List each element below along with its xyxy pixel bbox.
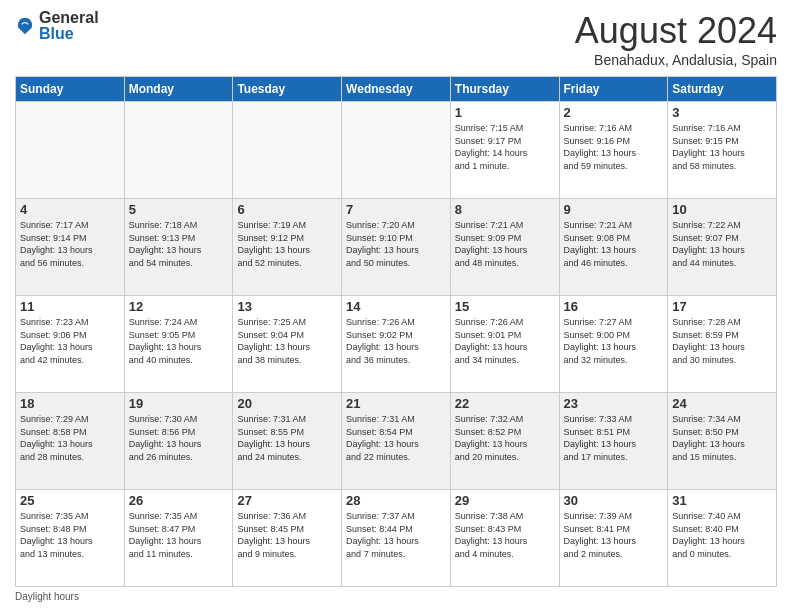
day-info: Sunrise: 7:25 AM Sunset: 9:04 PM Dayligh… bbox=[237, 316, 337, 366]
day-number: 14 bbox=[346, 299, 446, 314]
day-info: Sunrise: 7:32 AM Sunset: 8:52 PM Dayligh… bbox=[455, 413, 555, 463]
calendar-cell: 28Sunrise: 7:37 AM Sunset: 8:44 PM Dayli… bbox=[342, 490, 451, 587]
calendar-day-header: Sunday bbox=[16, 77, 125, 102]
month-title: August 2024 bbox=[575, 10, 777, 52]
logo: General Blue bbox=[15, 10, 99, 42]
day-number: 11 bbox=[20, 299, 120, 314]
calendar-cell: 31Sunrise: 7:40 AM Sunset: 8:40 PM Dayli… bbox=[668, 490, 777, 587]
calendar-cell: 21Sunrise: 7:31 AM Sunset: 8:54 PM Dayli… bbox=[342, 393, 451, 490]
calendar-cell: 26Sunrise: 7:35 AM Sunset: 8:47 PM Dayli… bbox=[124, 490, 233, 587]
day-number: 17 bbox=[672, 299, 772, 314]
calendar-week-row: 1Sunrise: 7:15 AM Sunset: 9:17 PM Daylig… bbox=[16, 102, 777, 199]
calendar-day-header: Tuesday bbox=[233, 77, 342, 102]
calendar-cell bbox=[16, 102, 125, 199]
calendar-cell: 19Sunrise: 7:30 AM Sunset: 8:56 PM Dayli… bbox=[124, 393, 233, 490]
day-info: Sunrise: 7:26 AM Sunset: 9:01 PM Dayligh… bbox=[455, 316, 555, 366]
footer-note: Daylight hours bbox=[15, 591, 777, 602]
day-info: Sunrise: 7:15 AM Sunset: 9:17 PM Dayligh… bbox=[455, 122, 555, 172]
calendar-cell: 7Sunrise: 7:20 AM Sunset: 9:10 PM Daylig… bbox=[342, 199, 451, 296]
calendar-day-header: Friday bbox=[559, 77, 668, 102]
day-number: 5 bbox=[129, 202, 229, 217]
day-number: 25 bbox=[20, 493, 120, 508]
day-info: Sunrise: 7:40 AM Sunset: 8:40 PM Dayligh… bbox=[672, 510, 772, 560]
logo-text: General Blue bbox=[39, 10, 99, 42]
day-number: 20 bbox=[237, 396, 337, 411]
day-number: 30 bbox=[564, 493, 664, 508]
calendar-cell: 22Sunrise: 7:32 AM Sunset: 8:52 PM Dayli… bbox=[450, 393, 559, 490]
calendar-cell: 25Sunrise: 7:35 AM Sunset: 8:48 PM Dayli… bbox=[16, 490, 125, 587]
day-number: 2 bbox=[564, 105, 664, 120]
day-number: 16 bbox=[564, 299, 664, 314]
day-info: Sunrise: 7:39 AM Sunset: 8:41 PM Dayligh… bbox=[564, 510, 664, 560]
day-info: Sunrise: 7:16 AM Sunset: 9:15 PM Dayligh… bbox=[672, 122, 772, 172]
day-info: Sunrise: 7:16 AM Sunset: 9:16 PM Dayligh… bbox=[564, 122, 664, 172]
day-info: Sunrise: 7:23 AM Sunset: 9:06 PM Dayligh… bbox=[20, 316, 120, 366]
day-info: Sunrise: 7:26 AM Sunset: 9:02 PM Dayligh… bbox=[346, 316, 446, 366]
calendar-cell: 13Sunrise: 7:25 AM Sunset: 9:04 PM Dayli… bbox=[233, 296, 342, 393]
calendar-cell: 6Sunrise: 7:19 AM Sunset: 9:12 PM Daylig… bbox=[233, 199, 342, 296]
calendar-cell: 14Sunrise: 7:26 AM Sunset: 9:02 PM Dayli… bbox=[342, 296, 451, 393]
calendar-day-header: Thursday bbox=[450, 77, 559, 102]
calendar-cell: 17Sunrise: 7:28 AM Sunset: 8:59 PM Dayli… bbox=[668, 296, 777, 393]
day-number: 4 bbox=[20, 202, 120, 217]
calendar-cell bbox=[342, 102, 451, 199]
day-number: 7 bbox=[346, 202, 446, 217]
calendar-week-row: 25Sunrise: 7:35 AM Sunset: 8:48 PM Dayli… bbox=[16, 490, 777, 587]
calendar-week-row: 11Sunrise: 7:23 AM Sunset: 9:06 PM Dayli… bbox=[16, 296, 777, 393]
day-info: Sunrise: 7:28 AM Sunset: 8:59 PM Dayligh… bbox=[672, 316, 772, 366]
day-info: Sunrise: 7:20 AM Sunset: 9:10 PM Dayligh… bbox=[346, 219, 446, 269]
calendar-cell: 27Sunrise: 7:36 AM Sunset: 8:45 PM Dayli… bbox=[233, 490, 342, 587]
title-section: August 2024 Benahadux, Andalusia, Spain bbox=[575, 10, 777, 68]
logo-icon bbox=[15, 16, 35, 36]
day-info: Sunrise: 7:19 AM Sunset: 9:12 PM Dayligh… bbox=[237, 219, 337, 269]
day-info: Sunrise: 7:37 AM Sunset: 8:44 PM Dayligh… bbox=[346, 510, 446, 560]
day-number: 23 bbox=[564, 396, 664, 411]
day-info: Sunrise: 7:29 AM Sunset: 8:58 PM Dayligh… bbox=[20, 413, 120, 463]
day-number: 27 bbox=[237, 493, 337, 508]
day-info: Sunrise: 7:31 AM Sunset: 8:54 PM Dayligh… bbox=[346, 413, 446, 463]
calendar-cell: 18Sunrise: 7:29 AM Sunset: 8:58 PM Dayli… bbox=[16, 393, 125, 490]
calendar-day-header: Saturday bbox=[668, 77, 777, 102]
calendar-cell: 29Sunrise: 7:38 AM Sunset: 8:43 PM Dayli… bbox=[450, 490, 559, 587]
day-number: 10 bbox=[672, 202, 772, 217]
day-info: Sunrise: 7:33 AM Sunset: 8:51 PM Dayligh… bbox=[564, 413, 664, 463]
page: General Blue August 2024 Benahadux, Anda… bbox=[0, 0, 792, 612]
calendar-day-header: Wednesday bbox=[342, 77, 451, 102]
calendar-cell: 1Sunrise: 7:15 AM Sunset: 9:17 PM Daylig… bbox=[450, 102, 559, 199]
day-number: 26 bbox=[129, 493, 229, 508]
calendar-cell: 30Sunrise: 7:39 AM Sunset: 8:41 PM Dayli… bbox=[559, 490, 668, 587]
day-info: Sunrise: 7:18 AM Sunset: 9:13 PM Dayligh… bbox=[129, 219, 229, 269]
calendar-week-row: 4Sunrise: 7:17 AM Sunset: 9:14 PM Daylig… bbox=[16, 199, 777, 296]
logo-general-text: General bbox=[39, 10, 99, 26]
calendar-cell: 2Sunrise: 7:16 AM Sunset: 9:16 PM Daylig… bbox=[559, 102, 668, 199]
day-number: 22 bbox=[455, 396, 555, 411]
day-info: Sunrise: 7:38 AM Sunset: 8:43 PM Dayligh… bbox=[455, 510, 555, 560]
daylight-hours-label: Daylight hours bbox=[15, 591, 79, 602]
calendar-cell: 11Sunrise: 7:23 AM Sunset: 9:06 PM Dayli… bbox=[16, 296, 125, 393]
calendar-header-row: SundayMondayTuesdayWednesdayThursdayFrid… bbox=[16, 77, 777, 102]
day-info: Sunrise: 7:27 AM Sunset: 9:00 PM Dayligh… bbox=[564, 316, 664, 366]
day-info: Sunrise: 7:36 AM Sunset: 8:45 PM Dayligh… bbox=[237, 510, 337, 560]
day-number: 21 bbox=[346, 396, 446, 411]
day-number: 3 bbox=[672, 105, 772, 120]
day-number: 6 bbox=[237, 202, 337, 217]
day-number: 9 bbox=[564, 202, 664, 217]
calendar-cell bbox=[124, 102, 233, 199]
day-info: Sunrise: 7:22 AM Sunset: 9:07 PM Dayligh… bbox=[672, 219, 772, 269]
day-info: Sunrise: 7:30 AM Sunset: 8:56 PM Dayligh… bbox=[129, 413, 229, 463]
day-number: 15 bbox=[455, 299, 555, 314]
day-number: 31 bbox=[672, 493, 772, 508]
day-number: 19 bbox=[129, 396, 229, 411]
calendar-cell: 12Sunrise: 7:24 AM Sunset: 9:05 PM Dayli… bbox=[124, 296, 233, 393]
day-info: Sunrise: 7:17 AM Sunset: 9:14 PM Dayligh… bbox=[20, 219, 120, 269]
calendar-cell: 16Sunrise: 7:27 AM Sunset: 9:00 PM Dayli… bbox=[559, 296, 668, 393]
day-number: 13 bbox=[237, 299, 337, 314]
header: General Blue August 2024 Benahadux, Anda… bbox=[15, 10, 777, 68]
calendar-cell: 23Sunrise: 7:33 AM Sunset: 8:51 PM Dayli… bbox=[559, 393, 668, 490]
day-info: Sunrise: 7:35 AM Sunset: 8:48 PM Dayligh… bbox=[20, 510, 120, 560]
calendar-cell: 3Sunrise: 7:16 AM Sunset: 9:15 PM Daylig… bbox=[668, 102, 777, 199]
day-info: Sunrise: 7:21 AM Sunset: 9:09 PM Dayligh… bbox=[455, 219, 555, 269]
calendar-cell: 8Sunrise: 7:21 AM Sunset: 9:09 PM Daylig… bbox=[450, 199, 559, 296]
calendar-cell: 4Sunrise: 7:17 AM Sunset: 9:14 PM Daylig… bbox=[16, 199, 125, 296]
day-number: 24 bbox=[672, 396, 772, 411]
